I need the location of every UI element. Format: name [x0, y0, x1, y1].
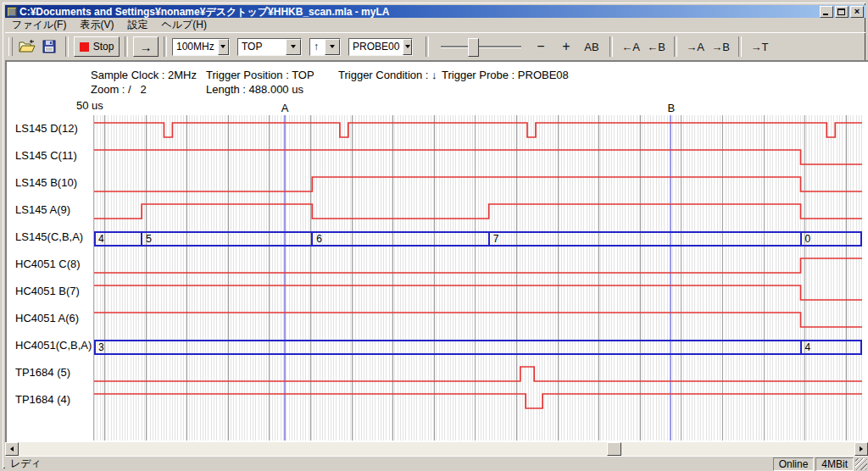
channel-waveform-row: [94, 280, 862, 307]
resize-grip[interactable]: [855, 458, 867, 470]
bus-value: 4: [98, 233, 104, 245]
arrow-right-icon: [860, 446, 863, 452]
chevron-down-icon[interactable]: [286, 39, 301, 55]
channel-waveform-row: [94, 307, 862, 334]
status-ready-text: レディ: [5, 457, 773, 471]
bus-box: [94, 340, 862, 355]
bus-value: 7: [493, 233, 499, 245]
chevron-down-icon[interactable]: [403, 39, 412, 55]
channel-waveform-row: 34: [94, 334, 862, 361]
zoom-out-button[interactable]: −: [528, 36, 554, 57]
length-info: Length : 488.000 us: [206, 83, 303, 96]
trigger-edge-select[interactable]: ↑: [309, 38, 341, 56]
toolbar-separator: [125, 36, 128, 57]
channel-waveform-row: [94, 117, 862, 144]
marker-label-a: A: [281, 102, 289, 114]
toolbar-separator: [674, 36, 677, 57]
bus-value: 3: [98, 341, 104, 353]
menu-help[interactable]: ヘルプ(H): [154, 17, 214, 33]
bus-value: 5: [146, 233, 152, 245]
status-memory-badge: 4MBit: [815, 457, 854, 471]
open-folder-icon: [19, 40, 36, 53]
trigger-edge-value: ↑: [310, 39, 325, 55]
channel-label: TP1684 (4): [15, 386, 70, 413]
channel-label: TP1684 (5): [15, 359, 70, 386]
zoom-slider-track: [441, 46, 521, 47]
menu-file[interactable]: ファイル(F): [5, 17, 73, 33]
marker-label-b: B: [667, 102, 675, 114]
close-button[interactable]: ×: [850, 6, 864, 18]
status-bar: レディ Online 4MBit: [5, 456, 868, 471]
maximize-button[interactable]: [835, 6, 849, 18]
sample-clock-value: 100MHz: [173, 39, 218, 55]
toolbar-grip[interactable]: [8, 37, 13, 56]
waveform-client-area: Sample Clock : 2MHz Trigger Position : T…: [5, 60, 868, 442]
channel-waveform-row: [94, 388, 862, 415]
channel-label: LS145 B(10): [15, 169, 77, 197]
goto-marker-b-right-button[interactable]: →B: [708, 36, 733, 57]
arrow-left-icon: [10, 446, 14, 452]
bus-segment-boundary: [141, 231, 142, 247]
toolbar-separator: [426, 36, 429, 57]
timebase-label: 50 us: [76, 99, 103, 112]
goto-marker-a-left-button[interactable]: ←A: [618, 36, 643, 57]
toolbar-separator: [65, 36, 69, 57]
channel-waveform-row: [94, 171, 862, 198]
scroll-left-button[interactable]: [5, 442, 19, 456]
run-arrow-icon: →: [140, 40, 153, 54]
run-button[interactable]: →: [133, 36, 159, 57]
trigger-position-select[interactable]: TOP: [237, 38, 302, 56]
save-button[interactable]: [38, 36, 60, 57]
horizontal-scrollbar[interactable]: [5, 442, 868, 456]
zoom-slider-thumb[interactable]: [468, 38, 479, 57]
channel-label: HC4051(C,B,A): [15, 332, 92, 359]
bus-segment-boundary: [311, 231, 313, 247]
menu-view[interactable]: 表示(V): [73, 17, 120, 33]
channel-label: LS145 D(12): [15, 115, 78, 142]
bus-value: 0: [805, 233, 811, 245]
status-online-badge: Online: [773, 457, 815, 471]
trigger-position-value: TOP: [238, 39, 286, 55]
scroll-right-button[interactable]: [854, 442, 868, 456]
bus-segment-boundary: [800, 231, 802, 247]
stop-icon: [80, 42, 89, 52]
trigger-condition-info: Trigger Condition : ↓: [338, 69, 437, 81]
toolbar-separator: [738, 36, 742, 57]
bus-segment-boundary: [800, 340, 802, 355]
bus-value: 6: [316, 233, 322, 245]
menu-bar: ファイル(F) 表示(V) 設定 ヘルプ(H): [5, 18, 865, 32]
chevron-down-icon[interactable]: [325, 39, 340, 55]
channel-waveform-row: [94, 361, 862, 388]
chevron-down-icon[interactable]: [218, 39, 229, 55]
waveform-plot[interactable]: AB4567034: [93, 115, 862, 441]
toolbar-separator: [164, 36, 167, 57]
channel-label: LS145 A(9): [15, 197, 70, 224]
bus-box: [94, 231, 862, 247]
channel-waveform-row: [94, 144, 862, 171]
goto-marker-b-left-button[interactable]: ←B: [643, 36, 669, 57]
channel-waveform-row: [94, 252, 862, 280]
channel-waveform-row: 45670: [94, 225, 862, 252]
scrollbar-thumb[interactable]: [607, 442, 621, 456]
app-icon: [7, 7, 17, 17]
window-title: C:¥Documents and Settings¥noname¥デスクトップ¥…: [19, 6, 820, 18]
trigger-probe-value: PROBE00: [349, 39, 403, 55]
sample-clock-select[interactable]: 100MHz: [172, 38, 230, 56]
goto-marker-a-right-button[interactable]: →A: [682, 36, 708, 57]
zoom-in-button[interactable]: +: [554, 36, 579, 57]
goto-trigger-button[interactable]: →T: [747, 36, 772, 57]
bus-segment-boundary: [488, 231, 490, 247]
open-file-button[interactable]: [16, 36, 38, 57]
toolbar: Stop → 100MHz TOP ↑ PROBE00 − + AB: [5, 32, 865, 60]
sample-clock-info: Sample Clock : 2MHz: [91, 69, 197, 81]
zoom-slider[interactable]: [441, 36, 521, 57]
minimize-button[interactable]: [820, 6, 833, 18]
channel-label-gutter: LS145 D(12)LS145 C(11)LS145 B(10)LS145 A…: [7, 115, 93, 441]
ab-span-button[interactable]: AB: [579, 36, 604, 57]
channel-waveform-row: [94, 198, 862, 225]
channel-label: HC4051 A(6): [15, 305, 79, 332]
trigger-probe-select[interactable]: PROBE00: [348, 38, 413, 56]
stop-button[interactable]: Stop: [74, 36, 120, 57]
menu-settings[interactable]: 設定: [120, 17, 154, 33]
title-bar: C:¥Documents and Settings¥noname¥デスクトップ¥…: [5, 5, 865, 18]
